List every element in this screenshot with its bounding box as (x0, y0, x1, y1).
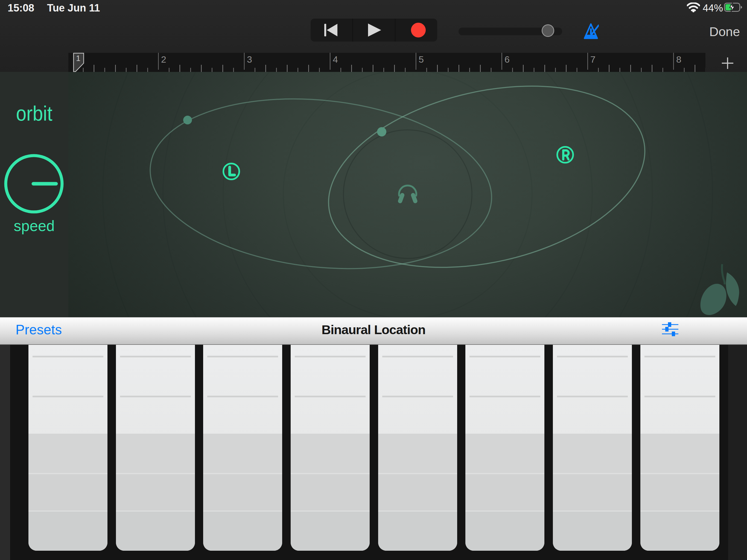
svg-text:8: 8 (676, 54, 681, 65)
svg-text:6: 6 (505, 54, 510, 65)
svg-text:4: 4 (333, 54, 338, 65)
svg-text:5: 5 (419, 54, 424, 65)
svg-text:7: 7 (590, 54, 595, 65)
svg-text:1: 1 (76, 54, 80, 62)
svg-text:3: 3 (247, 54, 252, 65)
svg-text:2: 2 (161, 54, 166, 65)
